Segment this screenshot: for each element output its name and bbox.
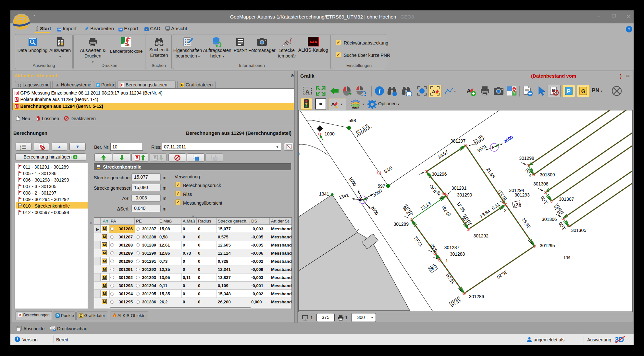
- svg-text:12,35: 12,35: [456, 201, 466, 213]
- svg-text:4: 4: [359, 197, 362, 202]
- svg-text:i: i: [378, 88, 380, 95]
- svg-text:12,86: 12,86: [402, 205, 412, 217]
- svg-text:WMS: WMS: [352, 107, 359, 109]
- svg-text:12,61: 12,61: [413, 235, 424, 248]
- svg-text:21,95: 21,95: [472, 134, 484, 144]
- svg-text:301308: 301308: [533, 181, 549, 186]
- svg-text:1000: 1000: [325, 131, 335, 136]
- svg-text:301287: 301287: [444, 245, 460, 250]
- svg-text:0,58: 0,58: [429, 243, 439, 253]
- svg-text:15,08: 15,08: [450, 298, 462, 308]
- svg-text:301307: 301307: [559, 197, 574, 202]
- svg-text:5,00: 5,00: [383, 165, 393, 174]
- svg-text:301286: 301286: [469, 294, 484, 299]
- svg-text:×: ×: [58, 43, 60, 45]
- svg-text:138: 138: [563, 255, 570, 260]
- svg-text:12,13: 12,13: [419, 201, 432, 211]
- svg-text:301295: 301295: [540, 243, 555, 248]
- svg-text:13,95: 13,95: [460, 215, 471, 227]
- svg-text:301309: 301309: [540, 172, 555, 177]
- svg-text:(0,11): (0,11): [497, 189, 508, 201]
- svg-text:−: −: [61, 40, 63, 43]
- svg-text:301293: 301293: [514, 192, 530, 197]
- svg-text:9001: 9001: [477, 143, 488, 153]
- svg-text:+: +: [58, 40, 60, 43]
- svg-text:1341: 1341: [338, 192, 349, 200]
- svg-text:301291: 301291: [452, 185, 467, 191]
- svg-text:9: 9: [298, 151, 300, 157]
- svg-text:301297: 301297: [451, 138, 466, 144]
- svg-text:597: 597: [378, 184, 385, 189]
- svg-text:301296: 301296: [432, 172, 447, 177]
- svg-text:2: 2: [504, 208, 507, 213]
- svg-text:28,14: 28,14: [552, 204, 563, 217]
- svg-text:2000: 2000: [370, 205, 379, 216]
- svg-text:3000: 3000: [372, 188, 383, 198]
- svg-text:G: G: [581, 88, 585, 95]
- svg-text:1341: 1341: [319, 191, 329, 197]
- svg-text:3000: 3000: [502, 134, 514, 144]
- svg-text:A: A: [305, 89, 309, 95]
- svg-text:P: P: [567, 88, 570, 95]
- svg-text:2: 2: [492, 145, 495, 150]
- svg-text:▾: ▾: [454, 90, 455, 93]
- svg-text:B: B: [136, 156, 139, 160]
- svg-text:(0,73): (0,73): [440, 205, 452, 217]
- svg-text:301292: 301292: [474, 233, 489, 238]
- svg-text:301305: 301305: [571, 228, 587, 233]
- svg-text:1000: 1000: [348, 176, 357, 187]
- svg-text:15,35: 15,35: [521, 217, 532, 229]
- svg-text:13,84: 13,84: [479, 208, 491, 219]
- svg-text:301290: 301290: [457, 192, 472, 197]
- svg-text:1: 1: [445, 258, 448, 263]
- svg-text:301289: 301289: [393, 222, 409, 227]
- svg-text:301288: 301288: [450, 251, 465, 257]
- svg-text:3: 3: [20, 148, 21, 150]
- svg-text:301298: 301298: [519, 156, 534, 161]
- svg-text:598: 598: [348, 118, 356, 123]
- svg-text:A: A: [432, 89, 436, 94]
- svg-text:AAA: AAA: [309, 40, 317, 44]
- svg-text:B: B: [154, 156, 157, 160]
- svg-text:301306: 301306: [542, 217, 557, 222]
